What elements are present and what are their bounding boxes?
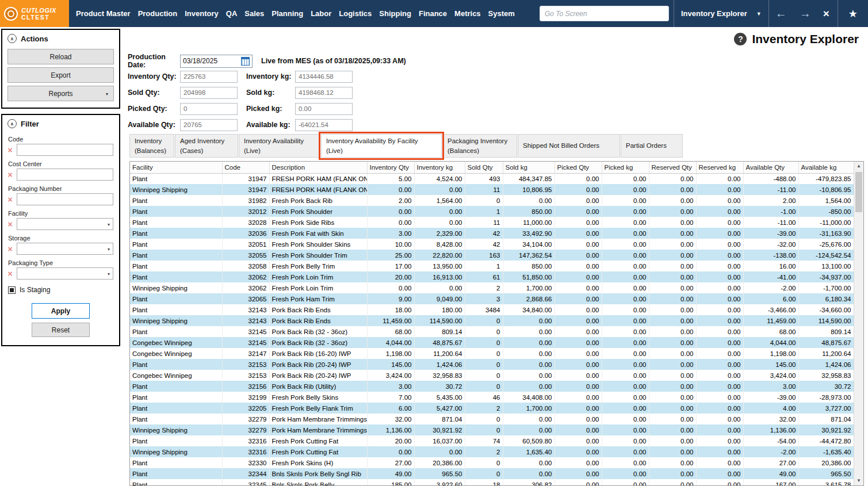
scrollbar-thumb[interactable] <box>855 172 862 212</box>
nav-item-system[interactable]: System <box>486 6 517 21</box>
filter-select-facility[interactable]: ▾ <box>17 218 113 230</box>
table-row[interactable]: Plant32058Fresh Pork Belly Trim17.0013,9… <box>130 261 854 271</box>
table-cell: Plant <box>130 479 222 486</box>
is-staging-row[interactable]: Is Staging <box>8 286 119 294</box>
table-row[interactable]: Plant32012Fresh Pork Shoulder0.000.00185… <box>130 206 854 217</box>
brand-logo[interactable]: CUTLOGIX CLTEST <box>0 0 69 27</box>
clear-code-icon[interactable]: × <box>6 146 14 154</box>
table-row[interactable]: Plant31947FRESH PORK HAM (FLANK ON5.004,… <box>130 173 854 184</box>
column-header-description[interactable]: Description <box>269 162 367 173</box>
tab-shipped-not-billed-orders[interactable]: Shipped Not Billed Orders <box>518 134 620 158</box>
production-date-input[interactable]: 03/18/2025 <box>180 55 253 68</box>
table-row[interactable]: Winnipeg Shipping32062Fresh Pork Loin Tr… <box>130 282 854 293</box>
reset-button[interactable]: Reset <box>32 323 90 337</box>
table-row[interactable]: Plant32205Fresh Pork Belly Flank Trim6.0… <box>130 403 854 414</box>
reports-button[interactable]: Reports ▾ <box>7 86 114 101</box>
column-header-sold-qty[interactable]: Sold Qty <box>465 162 503 173</box>
nav-item-shipping[interactable]: Shipping <box>377 6 414 21</box>
collapse-up-icon[interactable]: ∧ <box>7 34 17 43</box>
go-to-screen-input[interactable] <box>540 6 669 21</box>
clear-packaging-type-icon[interactable]: × <box>6 270 14 278</box>
filter-input-code[interactable] <box>17 144 113 156</box>
nav-item-production[interactable]: Production <box>136 6 180 21</box>
clear-storage-icon[interactable]: × <box>6 245 14 253</box>
actions-panel-header[interactable]: ∧ Actions <box>2 30 119 46</box>
scroll-down-icon[interactable]: ▼ <box>854 476 863 485</box>
column-header-available-qty[interactable]: Available Qty <box>743 162 798 173</box>
screen-selector-dropdown[interactable]: Inventory Explorer ▼ <box>674 0 769 27</box>
column-header-available-kg[interactable]: Available kg <box>798 162 854 173</box>
table-row[interactable]: Congebec Winnipeg32147Pork Back Rib (16-… <box>130 348 854 359</box>
nav-item-product-master[interactable]: Product Master <box>74 6 133 21</box>
apply-button[interactable]: Apply <box>32 303 90 319</box>
table-cell: -10,806.95 <box>798 184 854 195</box>
nav-item-qa[interactable]: QA <box>224 6 240 21</box>
nav-item-metrics[interactable]: Metrics <box>452 6 483 21</box>
table-row[interactable]: Plant32145Pork Back Rib (32 - 36oz)68.00… <box>130 326 854 337</box>
forward-arrow-icon[interactable]: → <box>793 0 817 27</box>
nav-item-labor[interactable]: Labor <box>308 6 334 21</box>
column-header-inventory-kg[interactable]: Inventory kg <box>414 162 465 173</box>
calendar-icon[interactable] <box>241 57 250 66</box>
nav-item-finance[interactable]: Finance <box>416 6 449 21</box>
collapse-up-icon[interactable]: ∧ <box>7 119 17 128</box>
table-row[interactable]: Plant32279Pork Ham Membrane Trimmings32.… <box>130 414 854 424</box>
table-row[interactable]: Congebec Winnipeg32145Pork Back Rib (32 … <box>130 337 854 348</box>
is-staging-checkbox[interactable] <box>8 286 16 294</box>
nav-item-inventory[interactable]: Inventory <box>182 6 221 21</box>
scroll-up-icon[interactable]: ▲ <box>854 162 863 171</box>
table-row[interactable]: Plant32199Fresh Pork Belly Skins7.005,43… <box>130 392 854 403</box>
table-row[interactable]: Winnipeg Shipping32143Pork Back Rib Ends… <box>130 315 854 326</box>
tab-aged-inventory-cases[interactable]: Aged Inventory (Cases) <box>175 134 238 158</box>
nav-item-logistics[interactable]: Logistics <box>337 6 374 21</box>
table-row[interactable]: Plant32156Pork Back Rib (Utility)3.0030.… <box>130 381 854 392</box>
tab-inventory-availability-by-facility-live[interactable]: Inventory Availability By Facility (Live… <box>321 134 442 158</box>
vertical-scrollbar[interactable]: ▲ ▼ <box>854 162 863 485</box>
column-header-code[interactable]: Code <box>222 162 269 173</box>
table-row[interactable]: Plant32062Fresh Pork Loin Trim20.0016,91… <box>130 271 854 282</box>
filter-panel-header[interactable]: ∧ Filter <box>2 115 119 131</box>
column-header-sold-kg[interactable]: Sold kg <box>503 162 555 173</box>
table-row[interactable]: Plant31982Fresh Pork Back Rib2.001,564.0… <box>130 195 854 206</box>
table-row[interactable]: Plant32065Fresh Pork Ham Trim9.009,049.0… <box>130 293 854 304</box>
favorite-star-icon[interactable]: ★ <box>838 0 868 27</box>
tab-partial-orders[interactable]: Partial Orders <box>621 134 683 158</box>
table-row[interactable]: Plant32143Pork Back Rib Ends18.00180.003… <box>130 304 854 315</box>
table-row[interactable]: Plant32316Fresh Pork Cutting Fat20.0016,… <box>130 435 854 446</box>
filter-select-storage[interactable]: ▾ <box>17 243 113 255</box>
export-button[interactable]: Export <box>7 67 114 83</box>
clear-packaging-number-icon[interactable]: × <box>6 196 14 204</box>
nav-item-planning[interactable]: Planning <box>269 6 305 21</box>
table-row[interactable]: Plant32345Bnls Sknls Pork Belly185.003,9… <box>130 479 854 486</box>
table-row[interactable]: Plant32055Fresh Pork Shoulder Trim25.002… <box>130 250 854 261</box>
table-row[interactable]: Plant32028Fresh Pork Side Ribs0.000.0011… <box>130 217 854 228</box>
tab-packaging-inventory-balances[interactable]: Packaging Inventory (Balances) <box>442 134 517 158</box>
tab-inventory-availability-live[interactable]: Inventory Availability (Live) <box>239 134 320 158</box>
column-header-reserved-kg[interactable]: Reserved kg <box>696 162 743 173</box>
table-row[interactable]: Plant32153Pork Back Rib (20-24) IWP145.0… <box>130 359 854 370</box>
clear-facility-icon[interactable]: × <box>6 220 14 228</box>
nav-item-sales[interactable]: Sales <box>242 6 266 21</box>
column-header-facility[interactable]: Facility <box>130 162 222 173</box>
close-icon[interactable]: × <box>817 0 835 27</box>
column-header-picked-kg[interactable]: Picked kg <box>602 162 649 173</box>
filter-select-packaging-type[interactable]: ▾ <box>17 267 113 280</box>
back-arrow-icon[interactable]: ← <box>769 0 793 27</box>
filter-input-cost-center[interactable] <box>17 169 113 181</box>
table-row[interactable]: Plant32051Fresh Pork Shoulder Skins10.00… <box>130 239 854 250</box>
table-row[interactable]: Winnipeg Shipping32279Pork Ham Membrane … <box>130 424 854 435</box>
column-header-inventory-qty[interactable]: Inventory Qty <box>367 162 414 173</box>
table-row[interactable]: Plant32344Bnls Sknls Pork Belly Sngl Rib… <box>130 468 854 479</box>
tab-inventory-balances[interactable]: Inventory (Balances) <box>129 134 174 158</box>
table-row[interactable]: Plant32036Fresh Pork Fat with Skin3.002,… <box>130 228 854 239</box>
column-header-picked-qty[interactable]: Picked Qty <box>555 162 602 173</box>
table-row[interactable]: Plant32330Fresh Pork Skins (H)27.0020,38… <box>130 457 854 468</box>
reload-button[interactable]: Reload <box>7 49 114 64</box>
filter-input-packaging-number[interactable] <box>17 193 113 205</box>
help-icon[interactable]: ? <box>734 33 747 45</box>
clear-cost-center-icon[interactable]: × <box>6 171 14 179</box>
table-row[interactable]: Winnipeg Shipping32316Fresh Pork Cutting… <box>130 446 854 457</box>
column-header-reserved-qty[interactable]: Reserved Qty <box>649 162 696 173</box>
table-row[interactable]: Winnipeg Shipping31947FRESH PORK HAM (FL… <box>130 184 854 195</box>
table-row[interactable]: Congebec Winnipeg32153Pork Back Rib (20-… <box>130 370 854 381</box>
